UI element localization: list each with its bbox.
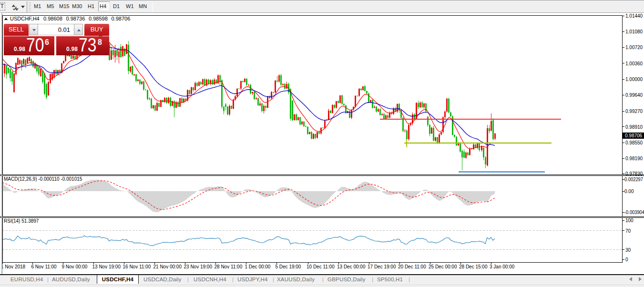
svg-text:9 Nov 00:00: 9 Nov 00:00: [62, 264, 88, 269]
svg-text:0.98598: 0.98598: [89, 16, 108, 21]
svg-text:21 Nov 00:00: 21 Nov 00:00: [153, 264, 182, 269]
svg-text:0.99270: 0.99270: [625, 109, 643, 114]
svg-text:13 Nov 19:00: 13 Nov 19:00: [92, 264, 121, 269]
svg-text:1 Nov 2018: 1 Nov 2018: [1, 264, 26, 269]
svg-text:28 Dec 15:00: 28 Dec 15:00: [459, 264, 488, 269]
svg-text:0.002297: 0.002297: [624, 177, 643, 182]
svg-text:6 Nov 11:00: 6 Nov 11:00: [31, 264, 57, 269]
svg-text:-0.003904: -0.003904: [624, 210, 644, 215]
svg-text:16 Nov 11:00: 16 Nov 11:00: [123, 264, 151, 269]
svg-text:13 Dec 00:00: 13 Dec 00:00: [337, 264, 366, 269]
svg-text:0: 0: [625, 257, 628, 262]
svg-text:0.98706: 0.98706: [625, 133, 643, 138]
svg-text:0.98190: 0.98190: [625, 156, 643, 161]
svg-text:0.99640: 0.99640: [625, 92, 643, 98]
svg-text:MACD(12,26,9) -0.000110 -0.001: MACD(12,26,9) -0.000110 -0.001015: [4, 176, 82, 182]
svg-text:1.00000: 1.00000: [625, 77, 643, 82]
svg-text:70: 70: [625, 228, 631, 234]
svg-text:28 Nov 11:00: 28 Nov 11:00: [215, 264, 243, 269]
svg-text:0.98550: 0.98550: [625, 140, 643, 145]
svg-text:RSI(14) 51.3897: RSI(14) 51.3897: [4, 218, 39, 224]
svg-text:0.98736: 0.98736: [66, 16, 85, 21]
svg-text:20 Dec 11:00: 20 Dec 11:00: [398, 264, 426, 269]
svg-text:1 Dec 00:00: 1 Dec 00:00: [245, 264, 271, 269]
svg-text:1.00360: 1.00360: [625, 61, 643, 66]
svg-text:0.98910: 0.98910: [625, 124, 643, 130]
svg-text:23 Nov 19:00: 23 Nov 19:00: [184, 264, 213, 269]
svg-text:30: 30: [625, 247, 631, 253]
svg-text:5 Dec 19:00: 5 Dec 19:00: [276, 264, 301, 269]
svg-text:0.98608: 0.98608: [43, 16, 62, 21]
svg-text:1.01440: 1.01440: [625, 13, 643, 19]
svg-text:100: 100: [625, 218, 634, 223]
svg-text:25 Dec 00:00: 25 Dec 00:00: [429, 264, 457, 269]
svg-text:0.98706: 0.98706: [112, 16, 131, 21]
svg-text:1.01080: 1.01080: [625, 29, 643, 34]
svg-text:0.00: 0.00: [624, 189, 634, 194]
svg-text:1.00720: 1.00720: [625, 45, 643, 50]
svg-text:17 Dec 19:00: 17 Dec 19:00: [368, 264, 396, 269]
svg-text:10 Dec 11:00: 10 Dec 11:00: [307, 264, 335, 269]
svg-text:3 Jan 00:00: 3 Jan 00:00: [490, 264, 515, 269]
svg-text:USDCHF,H4: USDCHF,H4: [10, 16, 40, 21]
svg-text:0.97830: 0.97830: [625, 171, 643, 176]
